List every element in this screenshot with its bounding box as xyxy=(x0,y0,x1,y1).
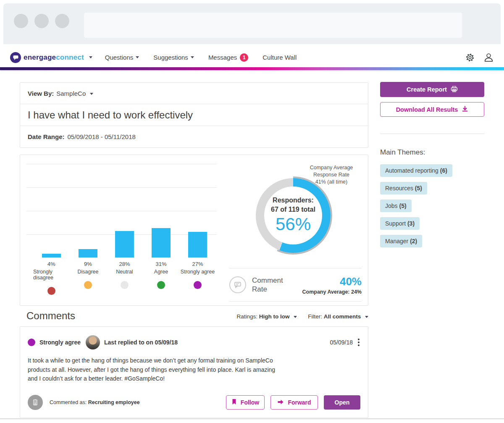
bar-space xyxy=(115,164,134,257)
chevron-down-icon xyxy=(136,56,139,58)
comment-rate-values: 40% Company Average: 24% xyxy=(302,275,362,295)
ratings-label: Ratings: xyxy=(236,313,257,320)
bar[interactable] xyxy=(115,231,134,257)
bar-category-label: Strongly disagree xyxy=(33,269,70,281)
bar-column-agree: 31% Agree xyxy=(143,164,179,295)
printer-icon xyxy=(451,86,458,94)
theme-tag-support[interactable]: Support (3) xyxy=(380,217,420,230)
filter-label: Filter: xyxy=(308,313,322,320)
chevron-down-icon xyxy=(365,316,368,318)
commenter-avatar xyxy=(86,335,100,349)
main-themes-heading: Main Themes: xyxy=(380,148,484,157)
bar-space xyxy=(79,164,97,257)
browser-chrome xyxy=(3,3,501,44)
annotation-line: Response Rate xyxy=(313,172,349,178)
nav-right xyxy=(465,52,494,63)
brand-gradient-bar xyxy=(0,67,504,70)
question-title: I have what I need to work effectively xyxy=(28,109,193,121)
create-report-button[interactable]: Create Report xyxy=(380,82,484,97)
ratings-value: High to low xyxy=(259,313,290,320)
brand-menu[interactable]: energageconnect xyxy=(10,52,92,63)
theme-count: (5) xyxy=(415,185,422,192)
bar-value-label: 27% xyxy=(192,261,203,267)
theme-count: (5) xyxy=(399,202,406,209)
comments-filter-dropdown[interactable]: Filter: All comments xyxy=(308,313,368,320)
theme-tag-automated-reporting[interactable]: Automated reporting (6) xyxy=(380,164,452,177)
rating-color-dot xyxy=(194,281,202,289)
nav-item-messages[interactable]: Messages 1 xyxy=(208,53,248,62)
bar-category-label: Neutral xyxy=(116,269,133,275)
right-sidebar: Create Report Download All Results xyxy=(380,82,484,252)
theme-count: (6) xyxy=(440,167,447,174)
download-all-results-button[interactable]: Download All Results xyxy=(380,102,484,117)
building-icon xyxy=(28,395,43,410)
address-bar[interactable] xyxy=(84,13,462,38)
ratings-sort-dropdown[interactable]: Ratings: High to low xyxy=(236,313,297,320)
theme-tag-jobs[interactable]: Jobs (5) xyxy=(380,200,412,212)
comment-date: 05/09/18 xyxy=(330,339,353,346)
bar-value-label: 4% xyxy=(47,261,55,267)
bar-space xyxy=(152,164,171,257)
bar[interactable] xyxy=(188,232,207,257)
download-all-results-label: Download All Results xyxy=(396,106,458,113)
profile-icon[interactable] xyxy=(483,52,494,63)
chevron-down-icon xyxy=(294,316,297,318)
view-by-dropdown[interactable]: SampleCo xyxy=(56,90,93,97)
forward-label: Forward xyxy=(288,399,311,406)
brand-part2: connect xyxy=(56,53,84,61)
window-maximize-button[interactable] xyxy=(55,14,69,28)
nav-items: Questions Suggestions Messages 1 Culture… xyxy=(105,53,297,62)
nav-item-label: Messages xyxy=(208,54,237,61)
theme-count: (2) xyxy=(410,238,417,244)
nav-item-questions[interactable]: Questions xyxy=(105,54,139,61)
bar-chart: 4% Strongly disagree 9% Disagree 28% Neu… xyxy=(33,164,216,295)
theme-label: Jobs xyxy=(385,202,398,209)
forward-button[interactable]: Forward xyxy=(270,395,318,410)
open-label: Open xyxy=(335,399,350,406)
theme-tag-manager[interactable]: Manager (2) xyxy=(380,235,422,247)
navbar: energageconnect Questions Suggestions Me… xyxy=(0,47,504,67)
bar-column-disagree: 9% Disagree xyxy=(70,164,106,295)
bar-category-label: Strongly agree xyxy=(181,269,215,275)
commented-as-text: Commented as: Recruiting employee xyxy=(50,399,140,405)
rating-color-dot xyxy=(157,281,165,289)
follow-button[interactable]: Follow xyxy=(226,395,265,410)
page: energageconnect Questions Suggestions Me… xyxy=(0,0,504,423)
window-minimize-button[interactable] xyxy=(34,14,49,28)
question-title-row: I have what I need to work effectively xyxy=(20,104,368,126)
view-by-label: View By: xyxy=(28,90,54,97)
chevron-down-icon xyxy=(191,56,194,58)
date-range-row: Date Range: 05/09/2018 - 05/11/2018 xyxy=(20,126,368,147)
bar[interactable] xyxy=(79,249,97,257)
last-replied-text: Last replied to on 05/09/18 xyxy=(104,339,178,346)
comment-card: Strongly agree Last replied to on 05/09/… xyxy=(20,326,368,418)
nav-item-culture-wall[interactable]: Culture Wall xyxy=(262,54,297,61)
nav-item-label: Culture Wall xyxy=(262,54,297,61)
bar-value-label: 31% xyxy=(155,261,166,267)
kebab-menu-icon[interactable] xyxy=(357,338,360,347)
bar-value-label: 9% xyxy=(84,261,92,267)
nav-item-suggestions[interactable]: Suggestions xyxy=(153,54,194,61)
gear-icon[interactable] xyxy=(465,52,475,63)
window-close-button[interactable] xyxy=(14,14,28,28)
bar[interactable] xyxy=(42,254,61,257)
nav-item-label: Questions xyxy=(105,54,134,61)
comments-header: Comments Ratings: High to low Filter: Al… xyxy=(20,310,368,322)
date-range-label: Date Range: xyxy=(28,133,65,140)
comment-rate-section: Comment Rate 40% Company Average: 24% xyxy=(229,268,362,302)
theme-label: Support xyxy=(385,220,406,227)
bar-column-strongly-agree: 27% Strongly agree xyxy=(179,164,216,295)
sidebar-divider xyxy=(380,134,484,134)
comment-rate-label-line1: Comment xyxy=(252,276,283,284)
question-header-card: View By: SampleCo I have what I need to … xyxy=(20,82,368,148)
theme-label: Automated reporting xyxy=(385,167,438,174)
brand-speech-bubble-icon xyxy=(10,52,21,63)
open-button[interactable]: Open xyxy=(324,395,360,410)
messages-count-badge: 1 xyxy=(240,53,248,62)
commented-as-value: Recruiting employee xyxy=(88,399,140,405)
forward-arrow-icon xyxy=(277,399,284,406)
view-by-row: View By: SampleCo xyxy=(20,83,368,104)
bar-space xyxy=(188,164,207,257)
bar[interactable] xyxy=(152,228,171,257)
theme-tag-resources[interactable]: Resources (5) xyxy=(380,182,427,194)
